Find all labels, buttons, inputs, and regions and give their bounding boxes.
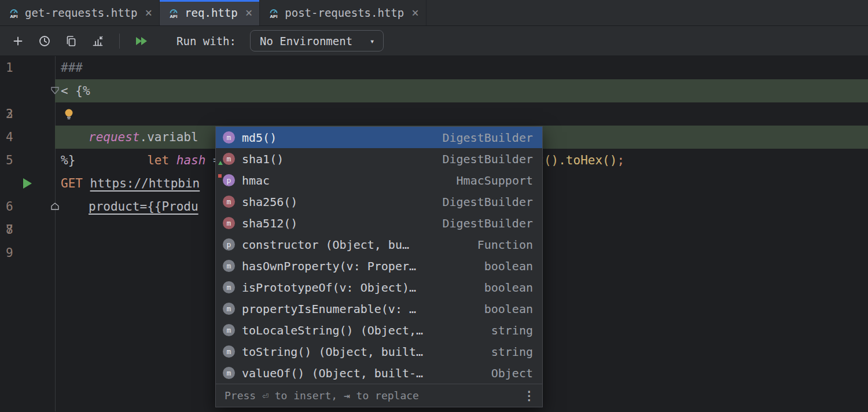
copy-icon <box>64 34 78 48</box>
completion-item-hmac[interactable]: p hmac HmacSupport <box>216 170 542 191</box>
run-request-icon[interactable] <box>23 178 32 189</box>
completion-type: DigestBuilder <box>435 131 533 145</box>
property-icon: p <box>223 174 235 186</box>
http-file-icon: API <box>268 7 279 19</box>
line-number: 4 <box>6 126 13 149</box>
completion-item-isprototypeof[interactable]: m isPrototypeOf(v: Object)… boolean <box>216 277 542 298</box>
code-line[interactable]: ### <box>55 56 868 79</box>
svg-text:API: API <box>10 14 17 19</box>
http-file-icon: API <box>8 7 20 19</box>
http-file-icon: API <box>168 7 179 19</box>
completion-item-md5[interactable]: m md5() DigestBuilder <box>216 127 542 148</box>
line-number: 5 <box>6 149 13 172</box>
intention-bulb-icon[interactable] <box>63 108 75 120</box>
add-request-button[interactable] <box>7 30 29 52</box>
completion-type: Function <box>470 238 533 252</box>
editor-line-2: 2 < {% <box>0 79 868 102</box>
report-button[interactable] <box>87 30 109 52</box>
close-tab-icon[interactable]: × <box>411 7 419 19</box>
completion-type: string <box>484 323 533 337</box>
completion-item-tostring[interactable]: m toString() (Object, built… string <box>216 341 542 362</box>
history-button[interactable] <box>34 30 56 52</box>
fold-start-marker[interactable] <box>51 87 59 94</box>
completion-label: propertyIsEnumerable(v: … <box>242 302 416 316</box>
completion-type: DigestBuilder <box>435 216 533 230</box>
environment-selector[interactable]: No Environment ▾ <box>250 30 384 52</box>
completion-label: valueOf() (Object, built-… <box>242 366 423 380</box>
completion-label: hmac <box>242 174 270 187</box>
run-with-label: Run with: <box>176 35 236 47</box>
completion-label: toString() (Object, built… <box>242 345 423 359</box>
close-tab-icon[interactable]: × <box>145 7 152 19</box>
ide-window: API get-requests.http × API req.http × A… <box>0 0 868 412</box>
chart-report-icon <box>91 34 105 48</box>
completion-item-valueof[interactable]: m valueOf() (Object, built-… Object <box>216 362 542 384</box>
completion-type: boolean <box>477 281 533 295</box>
run-all-button[interactable] <box>130 30 152 52</box>
completion-item-hasownproperty[interactable]: m hasOwnProperty(v: Proper… boolean <box>216 255 542 277</box>
tab-label: post-requests.http <box>285 6 404 19</box>
code-line[interactable]: let hash = crypto.md5().updateWithHex("G… <box>55 102 868 126</box>
tab-post-requests-http[interactable]: API post-requests.http × <box>260 0 426 25</box>
more-options-icon[interactable]: ⋮ <box>523 389 535 403</box>
completion-label: constructor (Object, bu… <box>242 238 409 252</box>
code-line[interactable]: < {% <box>55 79 868 102</box>
svg-text:API: API <box>170 14 178 19</box>
completion-item-sha256[interactable]: m sha256() DigestBuilder <box>216 191 542 212</box>
editor-line-3: 3 let hash = crypto.md5().updateWithHex(… <box>0 102 868 126</box>
line-number: 8 <box>6 218 13 241</box>
tab-get-requests-http[interactable]: API get-requests.http × <box>0 0 160 25</box>
run-all-icon <box>134 34 149 48</box>
completion-item-constructor[interactable]: p constructor (Object, bu… Function <box>216 234 542 255</box>
http-client-toolbar: Run with: No Environment ▾ <box>0 26 868 56</box>
line-number: 1 <box>6 56 13 79</box>
completion-popup: m md5() DigestBuilder m sha1() DigestBui… <box>215 126 543 407</box>
method-icon: m <box>223 131 235 144</box>
method-icon: m <box>223 196 235 208</box>
completion-type: string <box>484 345 533 359</box>
completion-item-sha512[interactable]: m sha512() DigestBuilder <box>216 212 542 234</box>
method-icon: m <box>223 303 235 315</box>
editor-pane: 1 ### 2 < {% 3 let hash = crypto.md5().u… <box>0 56 868 411</box>
completion-label: sha512() <box>242 216 297 230</box>
footer-hint: Press ⏎ to insert, ⇥ to replace <box>225 389 419 402</box>
completion-type: HmacSupport <box>450 174 533 187</box>
line-number: 3 <box>6 102 13 126</box>
method-icon: m <box>223 153 235 165</box>
property-icon: p <box>223 238 235 251</box>
completion-label: isPrototypeOf(v: Object)… <box>242 281 416 295</box>
completion-item-tolocalestring[interactable]: m toLocaleString() (Object,… string <box>216 319 542 341</box>
completion-label: sha1() <box>242 152 284 166</box>
completion-label: toLocaleString() (Object,… <box>242 323 423 337</box>
tab-label: get-requests.http <box>25 6 137 19</box>
method-icon: m <box>223 345 235 358</box>
completion-type: DigestBuilder <box>435 152 533 166</box>
tab-label: req.http <box>185 6 238 19</box>
method-icon: m <box>223 367 235 379</box>
completion-label: hasOwnProperty(v: Proper… <box>242 259 416 273</box>
modifier-dot-icon <box>218 174 222 178</box>
copy-button[interactable] <box>60 30 82 52</box>
environment-value: No Environment <box>260 35 352 47</box>
method-icon: m <box>223 281 235 293</box>
line-number: 9 <box>6 241 13 264</box>
method-icon: m <box>223 217 235 229</box>
completion-type: boolean <box>477 302 533 316</box>
close-tab-icon[interactable]: × <box>245 7 253 19</box>
fold-end-marker[interactable] <box>51 203 59 210</box>
method-icon: m <box>223 324 235 336</box>
clock-icon <box>38 34 52 48</box>
tab-req-http[interactable]: API req.http × <box>160 0 260 25</box>
toolbar-separator <box>119 34 120 49</box>
completion-type: Object <box>484 366 533 380</box>
editor-line-1: 1 ### <box>0 56 868 79</box>
completion-label: md5() <box>242 131 277 145</box>
inherited-arrow-icon <box>218 161 223 165</box>
method-icon: m <box>223 260 235 272</box>
completion-label: sha256() <box>242 195 297 209</box>
plus-icon <box>11 34 25 48</box>
svg-text:API: API <box>270 14 278 19</box>
completion-type: boolean <box>477 259 533 273</box>
completion-item-propertyisenumerable[interactable]: m propertyIsEnumerable(v: … boolean <box>216 298 542 319</box>
completion-item-sha1[interactable]: m sha1() DigestBuilder <box>216 148 542 170</box>
